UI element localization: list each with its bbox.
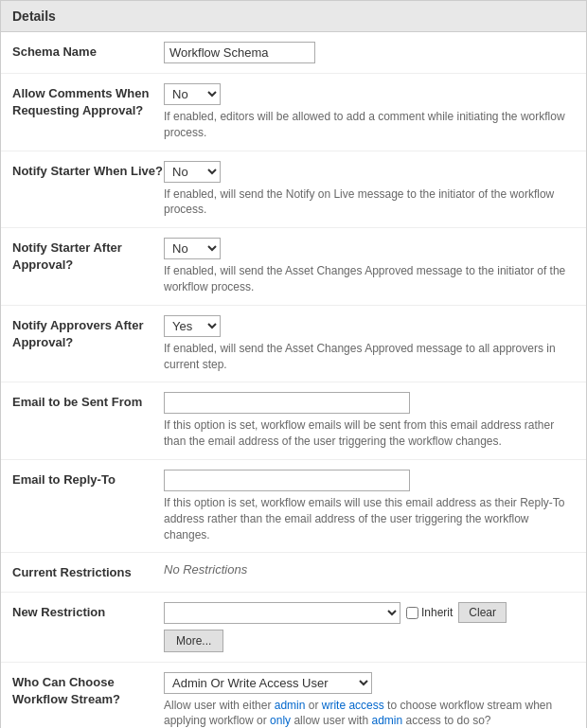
- notify-approval-hint: If enabled, will send the Asset Changes …: [164, 263, 575, 295]
- notify-live-select[interactable]: No Yes: [164, 161, 221, 183]
- who-can-choose-content: Admin Or Write Access User Admin Only Al…: [164, 672, 575, 728]
- notify-approvers-hint: If enabled, will send the Asset Changes …: [164, 341, 575, 373]
- email-from-input[interactable]: [164, 392, 410, 414]
- current-restrictions-label: Current Restrictions: [12, 562, 164, 581]
- email-reply-input[interactable]: [164, 470, 410, 491]
- notify-approval-content: No Yes If enabled, will send the Asset C…: [164, 238, 575, 295]
- clear-button[interactable]: Clear: [458, 602, 507, 623]
- restriction-select[interactable]: [164, 602, 400, 624]
- notify-approval-select[interactable]: No Yes: [164, 238, 221, 259]
- new-restriction-row: New Restriction Inherit Clear More...: [1, 593, 586, 663]
- notify-live-row: Notify Starter When Live? No Yes If enab…: [1, 151, 586, 229]
- allow-comments-select[interactable]: No Yes: [164, 83, 221, 105]
- email-from-hint: If this option is set, workflow emails w…: [164, 417, 575, 450]
- who-can-choose-select[interactable]: Admin Or Write Access User Admin Only: [164, 672, 372, 694]
- notify-live-hint: If enabled, will send the Notify on Live…: [164, 186, 575, 219]
- notify-live-content: No Yes If enabled, will send the Notify …: [164, 161, 575, 219]
- email-from-row: Email to be Sent From If this option is …: [1, 382, 586, 460]
- allow-comments-label: Allow Comments When Requesting Approval?: [12, 83, 164, 119]
- who-can-choose-row: Who Can Choose Workflow Stream? Admin Or…: [1, 663, 586, 728]
- schema-name-input[interactable]: [164, 42, 315, 63]
- who-can-choose-label: Who Can Choose Workflow Stream?: [12, 672, 164, 708]
- allow-comments-row: Allow Comments When Requesting Approval?…: [1, 74, 586, 151]
- new-restriction-content: Inherit Clear More...: [164, 602, 575, 652]
- email-reply-content: If this option is set, workflow emails w…: [164, 470, 575, 542]
- details-panel: Details Schema Name Allow Comments When …: [0, 0, 587, 728]
- allow-comments-content: No Yes If enabled, editors will be allow…: [164, 83, 575, 141]
- notify-approval-label: Notify Starter After Approval?: [12, 238, 164, 274]
- email-reply-hint: If this option is set, workflow emails w…: [164, 495, 575, 542]
- panel-title: Details: [1, 1, 586, 32]
- current-restrictions-content: No Restrictions: [164, 562, 575, 577]
- new-restriction-label: New Restriction: [12, 602, 164, 621]
- notify-approval-row: Notify Starter After Approval? No Yes If…: [1, 228, 586, 306]
- email-reply-label: Email to Reply-To: [12, 470, 164, 488]
- notify-approvers-content: No Yes If enabled, will send the Asset C…: [164, 315, 575, 373]
- current-restrictions-row: Current Restrictions No Restrictions: [1, 553, 586, 592]
- schema-name-content: [164, 42, 575, 63]
- restriction-controls: Inherit Clear: [164, 602, 575, 624]
- inherit-checkbox[interactable]: [406, 607, 418, 619]
- schema-name-label: Schema Name: [12, 42, 164, 61]
- email-reply-row: Email to Reply-To If this option is set,…: [1, 460, 586, 553]
- notify-live-label: Notify Starter When Live?: [12, 161, 164, 180]
- email-from-label: Email to be Sent From: [12, 392, 164, 411]
- more-button[interactable]: More...: [164, 630, 223, 652]
- notify-approvers-row: Notify Approvers After Approval? No Yes …: [1, 306, 586, 383]
- notify-approvers-label: Notify Approvers After Approval?: [12, 315, 164, 351]
- who-can-choose-hint: Allow user with either admin or write ac…: [164, 698, 575, 728]
- schema-name-row: Schema Name: [1, 32, 586, 74]
- allow-comments-hint: If enabled, editors will be allowed to a…: [164, 109, 575, 141]
- no-restrictions-text: No Restrictions: [164, 560, 247, 577]
- notify-approvers-select[interactable]: No Yes: [164, 315, 221, 337]
- inherit-label: Inherit: [406, 606, 453, 619]
- email-from-content: If this option is set, workflow emails w…: [164, 392, 575, 450]
